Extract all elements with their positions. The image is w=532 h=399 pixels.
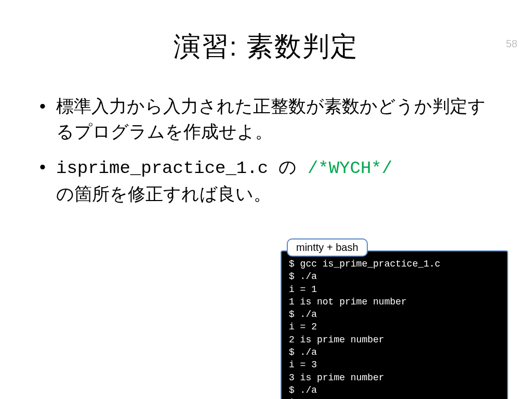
bullet-item-2: isprime_practice_1.c の /*WYCH*/ の箇所を修正すれ… [36,154,496,207]
page-number: 58 [506,38,517,50]
slide-body: 標準入力から入力された正整数が素数かどうか判定するプログラムを作成せよ。 isp… [36,94,496,207]
code-filename: isprime_practice_1.c の [56,158,308,178]
slide: 58 演習: 素数判定 標準入力から入力された正整数が素数かどうか判定するプログ… [0,29,532,399]
terminal-container: mintty + bash $ gcc is_prime_practice_1.… [281,238,508,399]
slide-title: 演習: 素数判定 [0,29,532,65]
bullet-text: 標準入力から入力された正整数が素数かどうか判定するプログラムを作成せよ。 [56,96,486,141]
terminal-label: mintty + bash [287,238,368,257]
bullet-item-1: 標準入力から入力された正整数が素数かどうか判定するプログラムを作成せよ。 [36,94,496,145]
bullet-list: 標準入力から入力された正整数が素数かどうか判定するプログラムを作成せよ。 isp… [36,94,496,207]
bullet-text-cont: の箇所を修正すれば良い。 [56,184,271,204]
code-comment: /*WYCH*/ [308,158,392,178]
terminal-output: $ gcc is_prime_practice_1.c $ ./a i = 1 … [281,250,508,399]
